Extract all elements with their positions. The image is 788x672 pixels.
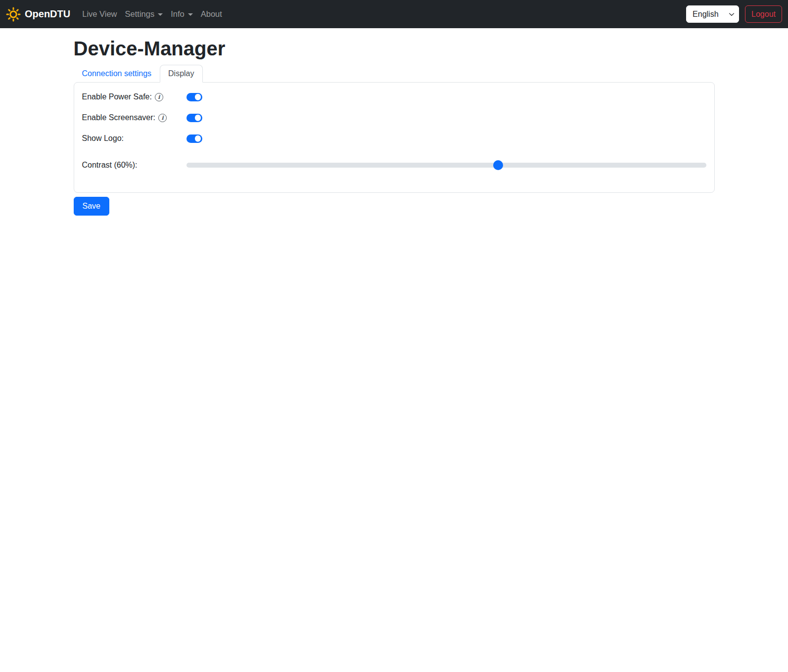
form-row-show-logo: Show Logo: [82,132,706,145]
contrast-slider-thumb[interactable] [493,160,503,170]
sun-icon [6,7,21,22]
enable-screensaver-label: Enable Screensaver: i [82,113,186,122]
page-title: Device-Manager [74,38,715,60]
navbar-right: English Logout [686,5,782,23]
logout-button[interactable]: Logout [745,5,782,23]
enable-screensaver-switch[interactable] [186,114,202,122]
language-select[interactable]: English [686,5,739,23]
display-settings-card: Enable Power Safe: i Enable Screensaver:… [74,82,715,193]
switch-knob [195,115,201,121]
caret-down-icon [158,13,163,16]
form-row-contrast: Contrast (60%): [82,159,706,172]
tab-connection-settings[interactable]: Connection settings [74,65,160,83]
save-button[interactable]: Save [74,197,109,216]
contrast-slider[interactable] [186,163,706,168]
form-row-enable-power-safe: Enable Power Safe: i [82,90,706,103]
main-content: Device-Manager Connection settings Displ… [68,38,721,216]
show-logo-label: Show Logo: [82,134,186,143]
show-logo-switch[interactable] [186,134,202,143]
switch-knob [195,94,201,100]
nav-item-info[interactable]: Info [167,5,197,23]
brand[interactable]: OpenDTU [6,7,70,22]
info-icon[interactable]: i [155,93,163,101]
brand-label: OpenDTU [25,8,70,20]
nav-item-about[interactable]: About [197,5,226,23]
enable-power-safe-label: Enable Power Safe: i [82,92,186,101]
tab-display[interactable]: Display [160,65,202,83]
nav-item-live-view[interactable]: Live View [78,5,121,23]
main-nav: Live View Settings Info About [78,5,226,23]
switch-knob [195,135,201,142]
info-icon[interactable]: i [158,114,167,122]
top-navbar: OpenDTU Live View Settings Info About En… [0,0,788,28]
tab-bar: Connection settings Display [74,65,715,82]
language-select-wrap: English [686,5,739,23]
contrast-label: Contrast (60%): [82,161,186,170]
form-row-enable-screensaver: Enable Screensaver: i [82,111,706,124]
enable-power-safe-switch[interactable] [186,93,202,101]
nav-item-settings[interactable]: Settings [121,5,167,23]
caret-down-icon [188,13,193,16]
